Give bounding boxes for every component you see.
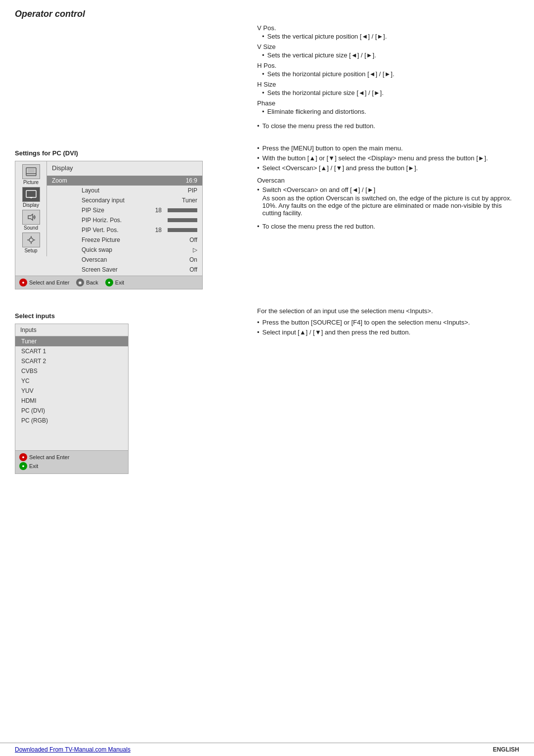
quick-swap-value: ▷ bbox=[193, 246, 197, 253]
settings-pc-dvi-menu: Picture Display Sound bbox=[15, 161, 203, 289]
menu-row-screen-saver: Screen Saver Off bbox=[47, 265, 202, 275]
input-row-scart2: SCART 2 bbox=[15, 356, 128, 366]
inputs-menu-box: Inputs Tuner SCART 1 SCART 2 CVBS YC YUV… bbox=[15, 324, 129, 474]
footer-language: ENGLISH bbox=[493, 746, 519, 753]
select-enter-item: ● Select and Enter bbox=[19, 279, 69, 286]
sidebar-setup: Setup bbox=[17, 233, 44, 253]
svg-point-7 bbox=[29, 238, 33, 242]
pip-vert-value: 18 bbox=[155, 227, 162, 234]
pip-horiz-bar-container bbox=[168, 218, 197, 222]
overscan-switch-text: Switch <Overscan> on and off [◄] / [►] bbox=[263, 186, 519, 193]
screen-saver-value: Off bbox=[189, 266, 197, 273]
pip-size-label: PIP Size bbox=[82, 207, 155, 214]
quick-swap-label: Quick swap bbox=[82, 246, 193, 253]
input-row-pc-dvi: PC (DVI) bbox=[15, 406, 128, 416]
v-size-section: V Size Sets the vertical picture size [◄… bbox=[257, 43, 519, 59]
sidebar-picture: Picture bbox=[17, 164, 44, 185]
dvi-close-note: To close the menu press the red button. bbox=[257, 223, 519, 230]
menu-rows: Zoom 16:9 Layout PIP Secondary input Tun… bbox=[47, 175, 202, 276]
inputs-exit: ● Exit bbox=[19, 462, 124, 470]
h-size-label: H Size bbox=[257, 81, 519, 88]
sidebar-display-label: Display bbox=[23, 202, 39, 208]
exit-label: Exit bbox=[115, 280, 124, 285]
input-row-yuv: YUV bbox=[15, 386, 128, 396]
footer-link[interactable]: Downloaded From TV-Manual.com Manuals bbox=[15, 746, 131, 753]
v-size-label: V Size bbox=[257, 43, 519, 50]
phase-section: Phase Eliminate flickering and distortio… bbox=[257, 99, 519, 115]
back-btn-icon: ◉ bbox=[76, 279, 84, 286]
pip-vert-bar bbox=[168, 228, 197, 232]
pip-horiz-bar bbox=[168, 218, 197, 222]
inputs-select-enter: ● Select and Enter bbox=[19, 453, 124, 461]
menu-row-secondary-input: Secondary input Tuner bbox=[47, 195, 202, 205]
menu-row-zoom: Zoom 16:9 bbox=[47, 176, 202, 186]
svg-marker-6 bbox=[28, 214, 33, 220]
h-size-bullet: Sets the horizontal picture size [◄] / [… bbox=[262, 89, 519, 96]
freeze-label: Freeze Picture bbox=[82, 236, 189, 243]
overscan-section: Overscan • Switch <Overscan> on and off … bbox=[257, 177, 519, 217]
input-row-yc: YC bbox=[15, 376, 128, 386]
select-enter-label: Select and Enter bbox=[29, 280, 69, 285]
h-pos-bullet: Sets the horizontal picture position [◄]… bbox=[262, 70, 519, 78]
sidebar-sound: Sound bbox=[17, 210, 44, 231]
bullet-select-input: • Select input [▲] / [▼] and then press … bbox=[257, 329, 519, 336]
pip-vert-bar-container bbox=[168, 228, 197, 232]
settings-pc-dvi-title: Settings for PC (DVI) bbox=[15, 149, 242, 157]
page-title: Operator control bbox=[0, 0, 534, 24]
sidebar-sound-label: Sound bbox=[24, 225, 38, 231]
svg-rect-2 bbox=[28, 169, 35, 173]
bullet-source-btn: • Press the button [SOURCE] or [F4] to o… bbox=[257, 319, 519, 326]
v-pos-bullet: Sets the vertical picture position [◄] /… bbox=[262, 33, 519, 40]
overscan-label: Overscan bbox=[82, 256, 189, 263]
zoom-value: 16:9 bbox=[186, 177, 197, 184]
zoom-label: Zoom bbox=[52, 177, 186, 184]
svg-rect-3 bbox=[26, 190, 36, 197]
screen-saver-label: Screen Saver bbox=[82, 266, 189, 273]
inputs-intro: For the selection of an input use the se… bbox=[257, 307, 519, 315]
pip-horiz-label: PIP Horiz. Pos. bbox=[82, 217, 164, 224]
bullet-overscan-select: • Select <Overscan> [▲] / [▼] and press … bbox=[257, 164, 519, 172]
red-btn-icon: ● bbox=[19, 279, 27, 286]
input-row-pc-rgb: PC (RGB) bbox=[15, 416, 128, 425]
select-inputs-title: Select inputs bbox=[15, 312, 242, 320]
menu-row-layout: Layout PIP bbox=[47, 186, 202, 195]
h-pos-label: H Pos. bbox=[257, 62, 519, 69]
phase-label: Phase bbox=[257, 99, 519, 107]
input-row-tuner: Tuner bbox=[15, 336, 128, 346]
pip-size-bar-container bbox=[168, 208, 197, 212]
phase-bullet: Eliminate flickering and distortions. bbox=[262, 108, 519, 115]
input-row-hdmi: HDMI bbox=[15, 396, 128, 406]
secondary-input-value: Tuner bbox=[182, 197, 197, 204]
display-icon bbox=[22, 187, 40, 202]
inputs-header: Inputs bbox=[15, 324, 128, 336]
h-size-section: H Size Sets the horizontal picture size … bbox=[257, 81, 519, 96]
menu-row-pip-size: PIP Size 18 bbox=[47, 205, 202, 215]
v-pos-section: V Pos. Sets the vertical picture positio… bbox=[257, 24, 519, 40]
inputs-red-btn: ● bbox=[19, 453, 27, 461]
exit-item: ● Exit bbox=[105, 279, 124, 286]
footer-link-container[interactable]: Downloaded From TV-Manual.com Manuals bbox=[15, 746, 131, 753]
v-pos-label: V Pos. bbox=[257, 24, 519, 32]
overscan-desc-text: As soon as the option Overscan is switch… bbox=[263, 194, 519, 217]
menu-row-overscan: Overscan On bbox=[47, 255, 202, 265]
overscan-switch-bullet: • Switch <Overscan> on and off [◄] / [►]… bbox=[257, 186, 519, 217]
sidebar-picture-label: Picture bbox=[23, 180, 39, 185]
top-close-note: To close the menu press the red button. bbox=[257, 122, 519, 130]
back-item: ◉ Back bbox=[76, 279, 98, 286]
overscan-value: On bbox=[189, 256, 197, 263]
inputs-select-label: Select and Enter bbox=[29, 454, 69, 460]
pip-vert-label: PIP Vert. Pos. bbox=[82, 227, 155, 234]
overscan-section-label: Overscan bbox=[257, 177, 519, 184]
sound-icon bbox=[22, 210, 40, 225]
pip-size-bar bbox=[168, 208, 197, 212]
menu-row-pip-horiz: PIP Horiz. Pos. bbox=[47, 215, 202, 225]
picture-icon bbox=[22, 164, 40, 179]
h-pos-section: H Pos. Sets the horizontal picture posit… bbox=[257, 62, 519, 78]
input-row-cvbs: CVBS bbox=[15, 366, 128, 376]
setup-icon bbox=[22, 233, 40, 247]
bullet-display-select: • With the button [▲] or [▼] select the … bbox=[257, 154, 519, 162]
menu-row-quick-swap: Quick swap ▷ bbox=[47, 245, 202, 255]
menu-display-header: Display bbox=[47, 161, 202, 175]
sidebar-setup-label: Setup bbox=[24, 248, 37, 253]
input-row-scart1: SCART 1 bbox=[15, 346, 128, 356]
